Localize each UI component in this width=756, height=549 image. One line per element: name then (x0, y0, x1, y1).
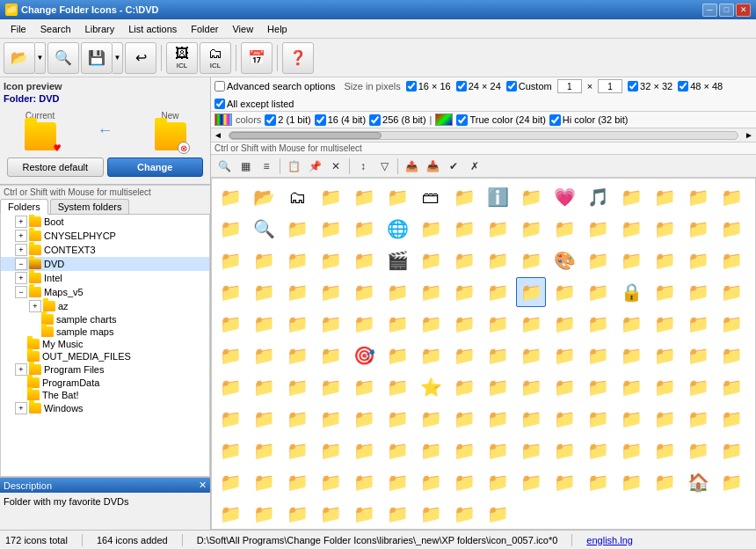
icon-cell[interactable]: 📁 (316, 340, 345, 370)
icon-cell[interactable]: 📁 (549, 309, 579, 339)
icon-cell[interactable]: 📁 (516, 372, 546, 402)
open-folder-dropdown[interactable]: ▼ (35, 42, 46, 74)
icon-cell[interactable]: 📁 (716, 436, 746, 465)
tree-item-intel[interactable]: + Intel (1, 271, 209, 285)
icon-cell[interactable]: 📁 (716, 404, 746, 434)
icon-cell[interactable]: 📁 (449, 372, 479, 402)
icon-cell[interactable]: 📁 (616, 340, 646, 370)
icon-cell[interactable]: 📁 (716, 467, 746, 497)
icon-cell[interactable]: 📁 (583, 309, 613, 339)
icon-cell[interactable]: 📁 (650, 372, 680, 402)
icon-cell[interactable]: 📁 (416, 277, 446, 307)
maximize-button[interactable]: □ (719, 4, 734, 17)
restore-default-button[interactable]: Restore default (7, 157, 104, 177)
expander-win[interactable]: + (15, 402, 27, 414)
icon-cell[interactable]: 📁 (516, 436, 546, 465)
right-scroll-btn[interactable]: ► (742, 130, 756, 140)
icon-cell[interactable]: 📁 (349, 309, 379, 339)
icon-cell[interactable]: 📁 (282, 277, 312, 307)
left-scroll-btn[interactable]: ◄ (211, 130, 225, 140)
icon-cell[interactable]: 📁 (382, 340, 412, 370)
color-24bit-label[interactable]: True color (24 bit) (456, 114, 545, 126)
icon-cell[interactable]: 📁 (716, 309, 746, 339)
icon-cell[interactable]: 📁 (416, 340, 446, 370)
icon-cell[interactable]: 📁 (683, 245, 713, 275)
icon-cell[interactable]: 📁 (349, 277, 379, 307)
icon-cell[interactable]: 📁 (282, 214, 312, 244)
icon-cell[interactable]: 🏠 (683, 467, 713, 497)
icon-cell[interactable]: 📁 (282, 309, 312, 339)
icon-grid-container[interactable]: 📁📂🗂📁📁📁🗃📁ℹ️📁💗🎵📁📁📁📁📁🔍📁📁📁🌐📁📁📁📁📁📁📁📁📁📁📁📁📁📁📁🎬📁… (211, 178, 756, 530)
icon-lib1-button[interactable]: 🖼 ICL (166, 42, 198, 74)
size-24-label[interactable]: 24 × 24 (456, 81, 501, 92)
tree-item-cnyselphycp[interactable]: + CNYSELPHYCP (1, 229, 209, 243)
icon-cell[interactable]: 📁 (215, 309, 245, 339)
tree-item-maps[interactable]: − Maps_v5 (1, 285, 209, 299)
icon-cell[interactable]: 📁 (249, 340, 279, 370)
filter-btn[interactable]: ▽ (374, 157, 394, 176)
description-close-icon[interactable]: ✕ (199, 479, 207, 491)
icon-cell[interactable]: 📁 (483, 214, 512, 244)
size-except-label[interactable]: All except listed (214, 99, 294, 109)
icon-cell[interactable]: 📁 (282, 467, 312, 497)
icon-cell[interactable]: 📁 (316, 404, 345, 434)
advanced-search-checkbox[interactable] (214, 81, 225, 92)
icon-cell[interactable]: 📁 (316, 309, 345, 339)
icon-cell[interactable]: ℹ️ (483, 182, 512, 212)
icon-cell[interactable]: 📁 (449, 404, 479, 434)
icon-cell[interactable]: 📁 (215, 340, 245, 370)
icon-cell[interactable]: 📁 (483, 404, 512, 434)
icon-cell[interactable]: 📁 (382, 404, 412, 434)
icon-cell[interactable]: 📁 (349, 372, 379, 402)
expander-maps[interactable]: − (15, 286, 27, 298)
size-32-checkbox[interactable] (628, 81, 638, 92)
color-1bit-checkbox[interactable] (265, 114, 276, 126)
unmark-btn[interactable]: ✗ (465, 157, 484, 176)
icon-cell[interactable]: 📁 (516, 309, 546, 339)
size-32-label[interactable]: 32 × 32 (628, 81, 672, 92)
color-1bit-label[interactable]: 2 (1 bit) (265, 114, 310, 126)
icon-cell[interactable]: 📁 (583, 404, 613, 434)
advanced-search-checkbox-label[interactable]: Advanced search options (214, 81, 336, 92)
expander-context3[interactable]: + (15, 244, 27, 256)
icon-cell[interactable]: 📁 (215, 499, 245, 529)
icon-cell[interactable]: 📁 (716, 245, 746, 275)
icon-cell[interactable]: 📁 (449, 182, 479, 212)
tree-item-out-media[interactable]: OUT_MEDIA_FILES (1, 350, 209, 362)
icon-cell[interactable]: 📁 (716, 277, 746, 307)
icon-cell[interactable]: 📁 (483, 436, 512, 465)
menu-file[interactable]: File (4, 21, 33, 37)
color-32bit-checkbox[interactable] (549, 114, 561, 126)
icon-cell[interactable]: 💗 (549, 182, 579, 212)
size-16-label[interactable]: 16 × 16 (406, 81, 451, 92)
icon-cell[interactable]: 📁 (382, 309, 412, 339)
icon-cell[interactable]: 📁 (416, 245, 446, 275)
expander-boot[interactable]: + (15, 216, 27, 228)
icon-cell[interactable]: 🎬 (382, 245, 412, 275)
icon-cell[interactable]: 📁 (349, 182, 379, 212)
icon-cell[interactable]: 📁 (549, 372, 579, 402)
expander-pf[interactable]: + (15, 363, 27, 376)
icon-cell[interactable]: 📁 (483, 245, 512, 275)
icon-cell[interactable]: 📁 (516, 340, 546, 370)
icon-cell[interactable]: 📁 (416, 467, 446, 497)
icon-cell[interactable]: 📁 (249, 245, 279, 275)
size-except-checkbox[interactable] (214, 99, 225, 109)
icon-cell[interactable]: 📁 (583, 467, 613, 497)
menu-search[interactable]: Search (33, 21, 78, 37)
icon-cell[interactable]: 📁 (382, 467, 412, 497)
icon-cell[interactable]: 📁 (683, 277, 713, 307)
icon-cell[interactable]: 📁 (282, 340, 312, 370)
icon-cell[interactable]: 📁 (382, 372, 412, 402)
search-icon-btn[interactable]: 🔍 (214, 157, 234, 176)
icon-cell[interactable]: 📁 (349, 499, 379, 529)
icon-cell[interactable]: 📁 (683, 372, 713, 402)
color-32bit-label[interactable]: Hi color (32 bit) (549, 114, 629, 126)
custom-height-input[interactable] (598, 79, 622, 93)
icon-cell[interactable]: 📁 (583, 214, 613, 244)
icon-cell[interactable]: 🔍 (249, 214, 279, 244)
icon-cell[interactable]: 📁 (215, 372, 245, 402)
size-48-label[interactable]: 48 × 48 (678, 81, 723, 92)
color-4bit-label[interactable]: 16 (4 bit) (315, 114, 366, 126)
icon-cell[interactable]: 📁 (416, 404, 446, 434)
